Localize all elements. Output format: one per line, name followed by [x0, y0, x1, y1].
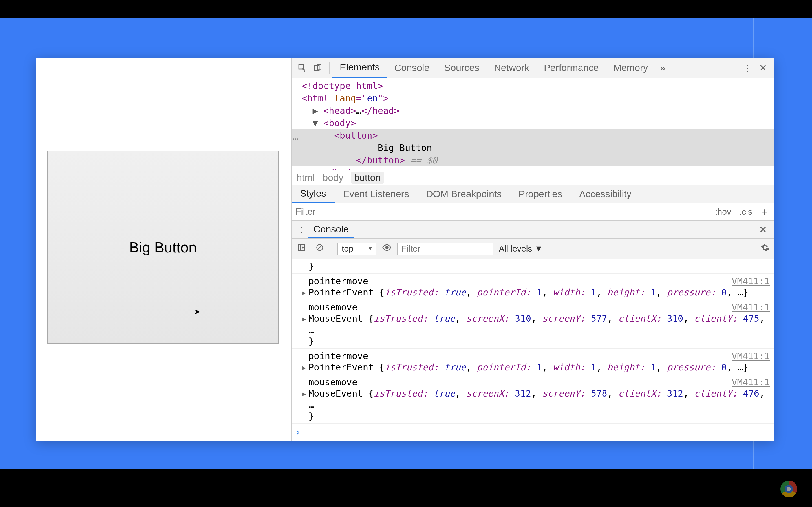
cls-toggle[interactable]: .cls: [738, 207, 754, 217]
log-entry[interactable]: VM411:1pointermove▶PointerEvent {isTrust…: [292, 274, 774, 300]
more-tabs-icon[interactable]: »: [655, 61, 670, 75]
big-button[interactable]: Big Button: [47, 151, 278, 344]
inspect-icon[interactable]: [295, 61, 310, 75]
page-viewport: Big Button ➤: [36, 58, 291, 441]
hov-toggle[interactable]: :hov: [713, 207, 733, 217]
subtab-styles[interactable]: Styles: [292, 185, 335, 203]
chrome-logo-icon: [780, 481, 797, 497]
styles-filter-input[interactable]: [296, 207, 708, 217]
browser-devtools-window: Big Button ➤ ElementsConsoleSourcesNetwo…: [36, 58, 774, 441]
subtab-accessibility[interactable]: Accessibility: [571, 185, 640, 203]
log-source-link[interactable]: VM411:1: [732, 302, 770, 313]
svg-point-5: [386, 246, 388, 249]
subtab-dom-breakpoints[interactable]: DOM Breakpoints: [417, 185, 510, 203]
breadcrumb-body[interactable]: body: [322, 172, 343, 183]
tab-network[interactable]: Network: [487, 58, 537, 78]
close-devtools-icon[interactable]: ✕: [759, 62, 767, 73]
add-rule-icon[interactable]: ＋: [759, 205, 770, 219]
kebab-menu-icon[interactable]: ⋮: [743, 62, 752, 73]
styles-subtabs: StylesEvent ListenersDOM BreakpointsProp…: [292, 185, 774, 203]
breadcrumb-html[interactable]: html: [297, 172, 315, 183]
devtools-main-tabs: ElementsConsoleSourcesNetworkPerformance…: [292, 58, 774, 78]
breadcrumb-button[interactable]: button: [351, 172, 384, 184]
console-filter-input[interactable]: [397, 242, 493, 255]
log-source-link[interactable]: VM411:1: [732, 377, 770, 388]
log-entry[interactable]: VM411:1pointermove▶PointerEvent {isTrust…: [292, 349, 774, 375]
log-source-link[interactable]: VM411:1: [732, 276, 770, 287]
log-levels-dropdown[interactable]: All levels ▼: [499, 244, 543, 253]
dom-breadcrumb[interactable]: htmlbodybutton: [292, 170, 774, 185]
console-prompt[interactable]: ›: [292, 424, 774, 441]
log-entry[interactable]: }: [292, 259, 774, 274]
tab-memory[interactable]: Memory: [606, 58, 656, 78]
close-drawer-icon[interactable]: ✕: [759, 224, 770, 235]
console-toolbar: top All levels ▼: [292, 238, 774, 259]
tab-elements[interactable]: Elements: [333, 58, 387, 78]
log-entry[interactable]: VM411:1mousemove▶MouseEvent {isTrusted: …: [292, 375, 774, 424]
live-expression-icon[interactable]: [382, 243, 392, 255]
subtab-event-listeners[interactable]: Event Listeners: [335, 185, 417, 203]
tab-sources[interactable]: Sources: [437, 58, 487, 78]
console-settings-icon[interactable]: [761, 243, 770, 255]
console-drawer-header: ⋮ Console ✕: [292, 221, 774, 238]
console-menu-icon[interactable]: ⋮: [296, 225, 308, 234]
log-source-link[interactable]: VM411:1: [732, 350, 770, 362]
console-tab[interactable]: Console: [308, 221, 354, 238]
console-log[interactable]: }VM411:1pointermove▶PointerEvent {isTrus…: [292, 259, 774, 441]
mouse-cursor-icon: ➤: [194, 307, 200, 316]
dom-tree[interactable]: <!doctype html> <html lang="en"> ▶ <head…: [292, 78, 774, 170]
toggle-sidebar-icon[interactable]: [296, 243, 308, 254]
tab-console[interactable]: Console: [387, 58, 437, 78]
tab-performance[interactable]: Performance: [537, 58, 606, 78]
context-select[interactable]: top: [338, 242, 376, 255]
log-entry[interactable]: VM411:1mousemove▶MouseEvent {isTrusted: …: [292, 300, 774, 349]
subtab-properties[interactable]: Properties: [510, 185, 571, 203]
styles-filter-row: :hov .cls ＋: [292, 203, 774, 221]
devtools-panel: ElementsConsoleSourcesNetworkPerformance…: [291, 58, 774, 441]
clear-console-icon[interactable]: [313, 244, 326, 253]
device-toggle-icon[interactable]: [311, 61, 325, 75]
